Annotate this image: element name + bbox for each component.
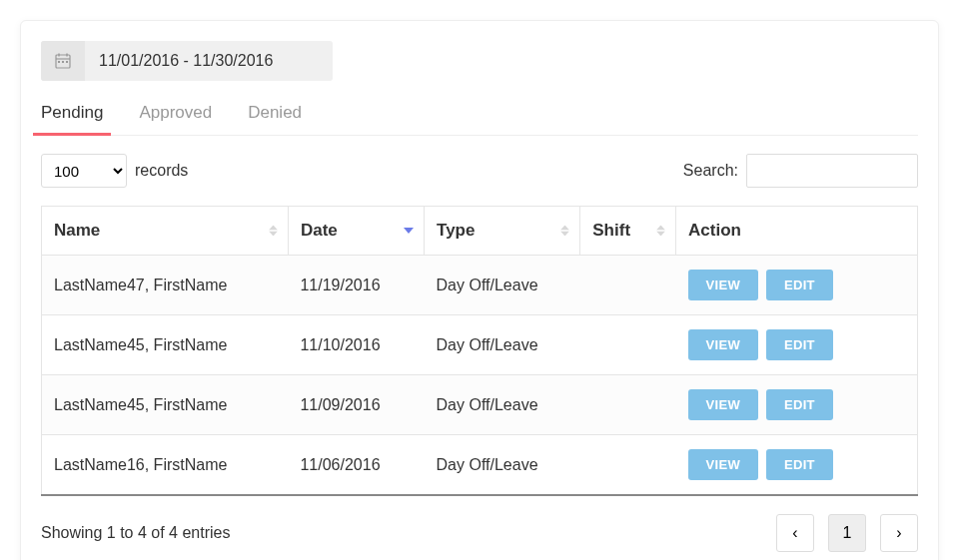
svg-marker-10 xyxy=(560,226,569,231)
view-button[interactable]: VIEW xyxy=(688,389,758,420)
view-button[interactable]: VIEW xyxy=(688,270,758,300)
records-label: records xyxy=(135,162,188,180)
cell-name: LastName45, FirstName xyxy=(42,315,289,375)
edit-button[interactable]: EDIT xyxy=(766,449,833,480)
cell-name: LastName45, FirstName xyxy=(42,375,289,435)
cell-name: LastName47, FirstName xyxy=(42,256,289,315)
cell-type: Day Off/Leave xyxy=(425,435,580,496)
table-controls: 102550100 records Search: xyxy=(41,154,918,188)
tab-denied[interactable]: Denied xyxy=(248,95,302,135)
entries-info: Showing 1 to 4 of 4 entries xyxy=(41,524,230,542)
date-range-picker[interactable]: 11/01/2016 - 11/30/2016 xyxy=(41,41,333,81)
col-header-action-label: Action xyxy=(688,221,741,240)
cell-type: Day Off/Leave xyxy=(425,375,580,435)
requests-table: Name Date Type xyxy=(41,206,918,496)
status-tabs: PendingApprovedDenied xyxy=(41,95,918,136)
col-header-type-label: Type xyxy=(437,221,475,240)
cell-date: 11/10/2016 xyxy=(288,315,424,375)
page-size-select[interactable]: 102550100 xyxy=(41,154,127,188)
tab-approved[interactable]: Approved xyxy=(139,95,212,135)
sort-icon xyxy=(269,226,278,237)
leave-requests-panel: 11/01/2016 - 11/30/2016 PendingApprovedD… xyxy=(20,20,939,560)
calendar-icon xyxy=(41,41,85,81)
pager-prev[interactable]: ‹ xyxy=(776,514,814,552)
search-label: Search: xyxy=(683,162,738,180)
cell-action: VIEWEDIT xyxy=(676,315,918,375)
svg-marker-11 xyxy=(560,232,569,237)
sort-icon xyxy=(560,226,569,237)
tab-pending[interactable]: Pending xyxy=(41,95,103,135)
col-header-type[interactable]: Type xyxy=(425,207,580,256)
svg-rect-4 xyxy=(58,61,60,63)
col-header-date-label: Date xyxy=(301,221,338,240)
cell-name: LastName16, FirstName xyxy=(42,435,289,496)
col-header-shift[interactable]: Shift xyxy=(580,207,676,256)
cell-date: 11/19/2016 xyxy=(288,256,424,315)
col-header-shift-label: Shift xyxy=(592,221,630,240)
col-header-date[interactable]: Date xyxy=(288,207,424,256)
pager-next[interactable]: › xyxy=(880,514,918,552)
cell-shift xyxy=(580,256,676,315)
date-range-text: 11/01/2016 - 11/30/2016 xyxy=(85,52,333,70)
cell-shift xyxy=(580,435,676,496)
cell-action: VIEWEDIT xyxy=(676,256,918,315)
svg-rect-5 xyxy=(62,61,64,63)
svg-marker-8 xyxy=(269,232,278,237)
view-button[interactable]: VIEW xyxy=(688,449,758,480)
sort-icon-active xyxy=(404,228,414,234)
edit-button[interactable]: EDIT xyxy=(766,329,833,360)
svg-marker-12 xyxy=(656,226,665,231)
col-header-action: Action xyxy=(676,207,918,256)
table-row: LastName16, FirstName11/06/2016Day Off/L… xyxy=(42,435,918,496)
cell-date: 11/09/2016 xyxy=(288,375,424,435)
cell-shift xyxy=(580,375,676,435)
pager: ‹ 1 › xyxy=(776,514,918,552)
cell-action: VIEWEDIT xyxy=(676,375,918,435)
table-row: LastName45, FirstName11/10/2016Day Off/L… xyxy=(42,315,918,375)
svg-marker-13 xyxy=(656,232,665,237)
cell-action: VIEWEDIT xyxy=(676,435,918,496)
svg-marker-9 xyxy=(404,228,414,234)
table-row: LastName47, FirstName11/19/2016Day Off/L… xyxy=(42,256,918,315)
col-header-name[interactable]: Name xyxy=(42,207,289,256)
cell-date: 11/06/2016 xyxy=(288,435,424,496)
search-input[interactable] xyxy=(746,154,918,188)
search-area: Search: xyxy=(683,154,918,188)
svg-marker-7 xyxy=(269,226,278,231)
edit-button[interactable]: EDIT xyxy=(766,389,833,420)
sort-icon xyxy=(656,226,665,237)
edit-button[interactable]: EDIT xyxy=(766,270,833,300)
table-row: LastName45, FirstName11/09/2016Day Off/L… xyxy=(42,375,918,435)
svg-rect-6 xyxy=(66,61,68,63)
pager-page-1[interactable]: 1 xyxy=(828,514,866,552)
cell-shift xyxy=(580,315,676,375)
cell-type: Day Off/Leave xyxy=(425,256,580,315)
cell-type: Day Off/Leave xyxy=(425,315,580,375)
table-footer: Showing 1 to 4 of 4 entries ‹ 1 › xyxy=(41,514,918,552)
col-header-name-label: Name xyxy=(54,221,100,240)
view-button[interactable]: VIEW xyxy=(688,329,758,360)
